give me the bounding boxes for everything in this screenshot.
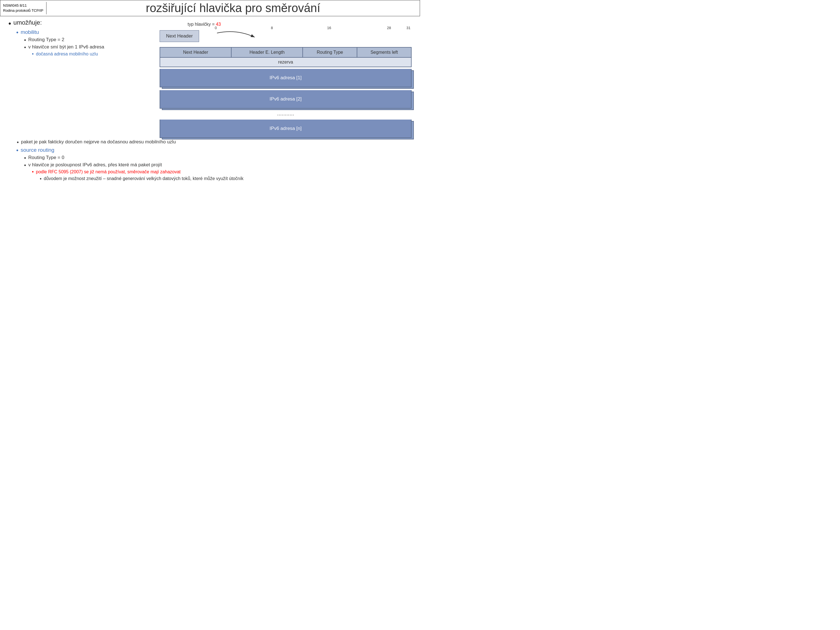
bullet-v-hlavicce-je: v hlavičce je posloupnost IPv6 adres, př… [24, 162, 412, 168]
course-line2: Rodina protokolů TCP/IP [3, 8, 43, 13]
cell-segments-left: Segments left [357, 47, 411, 58]
right-panel: typ hlavičky = 43 Next Header [159, 19, 412, 138]
packet-row-dots: ........... [159, 109, 412, 118]
addrn-wrapper: IPv6 adresa [n] [159, 120, 412, 138]
bit-31: 31 [391, 26, 412, 30]
cell-header-ext-len: Header E. Length [232, 47, 303, 58]
bit-0: 0 [214, 26, 270, 30]
course-info: NSWI045 8/11 Rodina protokolů TCP/IP [0, 2, 46, 14]
top-section: umožňuje: mobilitu Routing Type = 2 v hl… [0, 16, 420, 138]
left-panel: umožňuje: mobilitu Routing Type = 2 v hl… [8, 19, 154, 138]
course-line1: NSWI045 8/11 [3, 3, 43, 8]
cell-next-header: Next Header [160, 47, 232, 58]
addr2-wrapper: IPv6 adresa [2] [159, 90, 412, 109]
bit-16: 16 [327, 26, 369, 30]
bullet-duvodem: • důvodem je možnost zneužití – snadné g… [40, 176, 412, 182]
bit-ruler: 0 8 16 28 31 [214, 26, 412, 30]
packet-row-addrn: IPv6 adresa [n] [159, 120, 412, 138]
bullet-rfc: podle RFC 5095 (2007) se již nemá použív… [32, 169, 412, 175]
bullet-docasna: dočasná adresa mobilního uzlu [32, 52, 154, 57]
slide-title: rozšiřující hlavička pro směrování [46, 0, 420, 16]
packet-row-addr1: IPv6 adresa [1] [159, 69, 412, 87]
packet-row-addr2: IPv6 adresa [2] [159, 90, 412, 109]
next-header-box: Next Header [159, 30, 199, 42]
bullet-paket-full: paket je pak fakticky doručen nejprve na… [17, 139, 412, 145]
bullet-routing-type-0: Routing Type = 0 [24, 155, 412, 161]
packet-row-1: Next Header Header E. Length Routing Typ… [159, 47, 412, 58]
bullet-umoznuje: umožňuje: [8, 19, 154, 27]
main-bullet-list: umožňuje: mobilitu Routing Type = 2 v hl… [8, 19, 154, 57]
diagram-annotation-area: typ hlavičky = 43 Next Header [159, 22, 412, 47]
packet-row-rezerva: rezerva [159, 58, 412, 67]
arrow-svg [200, 27, 256, 44]
bullet-v-hlavicce-smi: v hlavičce smí být jen 1 IPv6 adresa [24, 44, 154, 51]
bottom-section: paket je pak fakticky doručen nejprve na… [0, 138, 420, 183]
bit-8: 8 [270, 26, 327, 30]
page-wrapper: NSWI045 8/11 Rodina protokolů TCP/IP roz… [0, 0, 420, 183]
bullet-routing-type-2: Routing Type = 2 [24, 37, 154, 43]
packet-diagram: Next Header Header E. Length Routing Typ… [159, 47, 412, 138]
addr1-wrapper: IPv6 adresa [1] [159, 69, 412, 87]
header-bar: NSWI045 8/11 Rodina protokolů TCP/IP roz… [0, 0, 420, 16]
bullet-mobilitu: mobilitu [16, 29, 154, 36]
bit-28: 28 [369, 26, 391, 30]
bullet-source-routing: source routing [16, 147, 412, 154]
cell-routing-type: Routing Type [303, 47, 357, 58]
